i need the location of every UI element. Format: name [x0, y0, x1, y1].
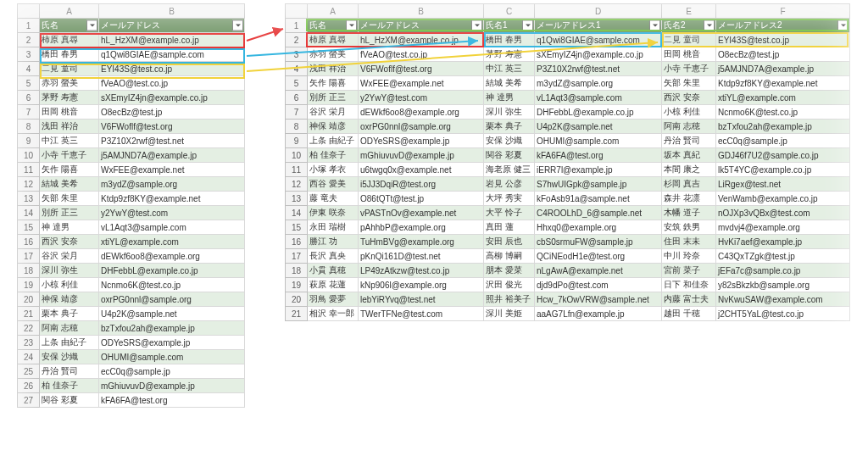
cell[interactable]: j2CHT5YaL@test.co.jp	[716, 307, 850, 321]
row-1[interactable]: 1	[18, 19, 40, 33]
cell[interactable]: C43QxTZgk@test.jp	[716, 249, 850, 264]
cell[interactable]: hL_HzXM@example.co.jp	[359, 33, 484, 47]
row-16[interactable]: 16	[18, 235, 40, 249]
cell[interactable]: 二見 童司	[662, 33, 716, 47]
cell[interactable]: 大坪 秀実	[484, 192, 535, 206]
cell[interactable]: j5AMJND7A@example.jp	[99, 148, 245, 163]
cell[interactable]: 越田 千穂	[662, 307, 716, 321]
row-8[interactable]: 8	[18, 120, 40, 134]
cell[interactable]: 西沢 安奈	[662, 91, 716, 105]
cell[interactable]: bzTxfou2ah@example.jp	[99, 321, 245, 336]
cell[interactable]: 茅野 寿憲	[484, 47, 535, 62]
row-20[interactable]: 20	[286, 292, 308, 307]
cell[interactable]: 杉岡 真吉	[662, 177, 716, 192]
row-19[interactable]: 19	[18, 278, 40, 292]
cell[interactable]: LiRgex@test.net	[716, 177, 850, 192]
cell[interactable]: O86tQTt@test.jp	[359, 192, 484, 206]
cell[interactable]: 柏 佳奈子	[40, 379, 99, 393]
cell[interactable]: DHFebbL@example.co.jp	[535, 105, 662, 120]
cell[interactable]: V6FWoflf@test.org	[359, 62, 484, 76]
row-25[interactable]: 25	[18, 364, 40, 379]
cell[interactable]: 関谷 彩夏	[484, 148, 535, 163]
cell[interactable]: S7hwUIGpk@sample.jp	[535, 177, 662, 192]
cell[interactable]: nOJXp3vQBx@test.com	[716, 206, 850, 220]
cell[interactable]: oxrPG0nnl@sample.org	[359, 120, 484, 134]
cell[interactable]: lk5T4YC@example.co.jp	[716, 163, 850, 177]
cell[interactable]: QCiNEodH1e@test.org	[535, 249, 662, 264]
header-cell[interactable]: メールアドレス2	[716, 19, 850, 33]
cell[interactable]: 谷沢 栄月	[40, 249, 99, 264]
cell[interactable]: q1Qwi8GIAE@sample.com	[99, 47, 245, 62]
cell[interactable]: 日下 和佳奈	[662, 278, 716, 292]
cell[interactable]: 安保 沙織	[484, 134, 535, 148]
cell[interactable]: O8ecBz@test.jp	[716, 47, 850, 62]
cell[interactable]: q1Qwi8GIAE@sample.com	[535, 33, 662, 47]
row-22[interactable]: 22	[18, 321, 40, 336]
cell[interactable]: Ncnmo6K@test.co.jp	[716, 105, 850, 120]
cell[interactable]: ODYeSRS@example.jp	[359, 134, 484, 148]
cell[interactable]: ODYeSRS@example.jp	[99, 336, 245, 350]
cell[interactable]: cbS0srmuFW@sample.jp	[535, 235, 662, 249]
cell[interactable]: 深川 弥生	[40, 264, 99, 278]
row-11[interactable]: 11	[18, 163, 40, 177]
cell[interactable]: ecC0q@sample.jp	[99, 364, 245, 379]
cell[interactable]: kFoAsb91a@sample.net	[535, 192, 662, 206]
row-14[interactable]: 14	[286, 206, 308, 220]
cell[interactable]: 照井 裕美子	[484, 292, 535, 307]
cell[interactable]: 萩原 花蓮	[308, 278, 359, 292]
cell[interactable]: 勝江 功	[308, 235, 359, 249]
cell[interactable]: jEFa7c@sample.co.jp	[716, 264, 850, 278]
cell[interactable]: 矢部 朱里	[40, 192, 99, 206]
row-17[interactable]: 17	[18, 249, 40, 264]
row-7[interactable]: 7	[286, 105, 308, 120]
cell[interactable]: 柿原 真尋	[308, 33, 359, 47]
cell[interactable]: y82sBkzkb@sample.org	[716, 278, 850, 292]
cell[interactable]: dEWkf6oo8@example.org	[99, 249, 245, 264]
cell[interactable]: 岩見 公彦	[484, 177, 535, 192]
cell[interactable]: nLgAwA@example.net	[535, 264, 662, 278]
row-18[interactable]: 18	[18, 264, 40, 278]
row-2[interactable]: 2	[18, 33, 40, 47]
cell[interactable]: 橋田 春男	[40, 47, 99, 62]
row-8[interactable]: 8	[286, 120, 308, 134]
cell[interactable]: 中江 英三	[484, 62, 535, 76]
col-C[interactable]: C	[484, 4, 535, 19]
cell[interactable]: 大平 怜子	[484, 206, 535, 220]
cell[interactable]: 西沢 安奈	[40, 235, 99, 249]
cell[interactable]: Hcw_7kOwVRW@sample.net	[535, 292, 662, 307]
cell[interactable]: sXEmyIZ4jn@example.co.jp	[535, 47, 662, 62]
cell[interactable]: 神 達男	[40, 220, 99, 235]
cell[interactable]: djd9dPo@test.com	[535, 278, 662, 292]
row-3[interactable]: 3	[286, 47, 308, 62]
cell[interactable]: 矢作 陽喜	[308, 76, 359, 91]
cell[interactable]: TuHmBVg@example.org	[359, 235, 484, 249]
cell[interactable]: ecC0q@sample.jp	[716, 134, 850, 148]
cell[interactable]: y2YwY@test.com	[359, 91, 484, 105]
cell[interactable]: fVeAO@test.co.jp	[99, 76, 245, 91]
right-spreadsheet[interactable]: ABCDEF1氏名メールアドレス氏名1メールアドレス1氏名2メールアドレス22柿…	[285, 3, 850, 321]
cell[interactable]: 柏 佳奈子	[308, 148, 359, 163]
cell[interactable]: 羽鳥 愛夢	[308, 292, 359, 307]
row-10[interactable]: 10	[18, 148, 40, 163]
cell[interactable]: VenWamb@example.co.jp	[716, 192, 850, 206]
cell[interactable]: 阿南 志穂	[40, 321, 99, 336]
cell[interactable]: 中川 玲奈	[662, 249, 716, 264]
cell[interactable]: kNp906l@example.org	[359, 278, 484, 292]
cell[interactable]: 神 達男	[484, 91, 535, 105]
row-13[interactable]: 13	[286, 192, 308, 206]
cell[interactable]: P3Z10X2rwf@test.net	[535, 62, 662, 76]
row-3[interactable]: 3	[18, 47, 40, 62]
header-cell[interactable]: 氏名1	[484, 19, 535, 33]
filter-icon[interactable]	[346, 20, 357, 31]
cell[interactable]: C4ROOLhD_6@sample.net	[535, 206, 662, 220]
cell[interactable]: 木幡 道子	[662, 206, 716, 220]
cell[interactable]: Hhxq0@example.org	[535, 220, 662, 235]
row-1[interactable]: 1	[286, 19, 308, 33]
col-B[interactable]: B	[99, 4, 245, 19]
row-26[interactable]: 26	[18, 379, 40, 393]
select-all-corner[interactable]	[18, 4, 40, 19]
row-27[interactable]: 27	[18, 393, 40, 408]
cell[interactable]: 神保 靖彦	[40, 292, 99, 307]
row-15[interactable]: 15	[286, 220, 308, 235]
cell[interactable]: 茅野 寿憲	[40, 91, 99, 105]
